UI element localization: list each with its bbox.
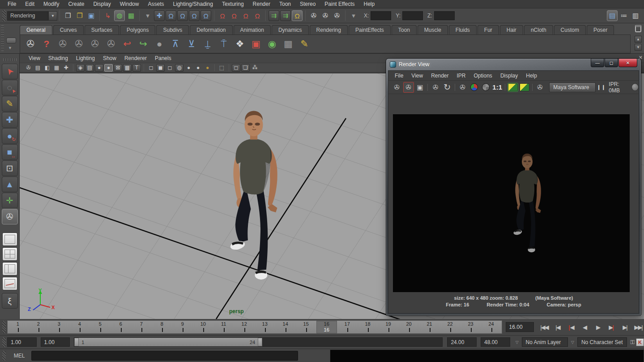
frame-15[interactable]: 15: [296, 321, 316, 333]
rv-menu-options[interactable]: Options: [470, 72, 496, 80]
statusline-grip[interactable]: [2, 10, 6, 22]
scale-tool[interactable]: ■↔: [2, 144, 18, 160]
shelf-tab-surfaces[interactable]: Surfaces: [85, 25, 119, 34]
rv-menu-help[interactable]: Help: [522, 72, 541, 80]
menu-texturing[interactable]: Texturing: [218, 0, 248, 8]
frame-5[interactable]: 5: [90, 321, 111, 333]
rv-menu-view[interactable]: View: [408, 72, 426, 80]
share-view-icon[interactable]: ⁂: [251, 64, 259, 72]
play-backwards-button[interactable]: ◀: [579, 322, 590, 332]
rangebar-grip[interactable]: [2, 337, 6, 347]
snap-grid-icon[interactable]: Ω: [166, 10, 176, 21]
range-end-handle[interactable]: [258, 338, 262, 346]
playblast-icon[interactable]: ✇: [24, 37, 37, 51]
shelf-tab-dynamics[interactable]: Dynamics: [272, 25, 309, 34]
redo-icon[interactable]: ↪: [136, 37, 150, 51]
menu-set-dropdown-icon[interactable]: ▼: [48, 11, 57, 21]
frame-21[interactable]: 21: [419, 321, 440, 333]
shelf-tab-painteffects[interactable]: PaintEffects: [349, 25, 391, 34]
select-tool[interactable]: ➤: [2, 64, 18, 79]
playback-range-bar[interactable]: 1 24: [74, 338, 262, 346]
menu-assets[interactable]: Assets: [144, 0, 168, 8]
wireframe-icon[interactable]: ◈: [76, 64, 85, 72]
alpha-channel-icon[interactable]: [481, 82, 491, 93]
highlight-selection-icon[interactable]: ✚: [154, 10, 165, 21]
camera-dolly-icon[interactable]: ✇: [88, 37, 102, 51]
ambient-light-icon[interactable]: ●: [203, 64, 212, 72]
cmdline-grip[interactable]: [2, 351, 6, 361]
remove-image-icon[interactable]: [519, 82, 530, 93]
frame-23[interactable]: 23: [461, 321, 481, 333]
frame-16-current[interactable]: 1616: [316, 321, 337, 333]
shelf-menu-icon[interactable]: ▼: [8, 46, 12, 50]
close-button[interactable]: ✕: [618, 59, 637, 67]
ungroup-icon[interactable]: ⍑: [217, 37, 230, 51]
frame-10[interactable]: 10: [193, 321, 213, 333]
open-scene-icon[interactable]: ❐: [74, 10, 85, 21]
frame-20[interactable]: 20: [399, 321, 419, 333]
menu-window[interactable]: Window: [116, 0, 143, 8]
frame-18[interactable]: 18: [358, 321, 378, 333]
frame-14[interactable]: 14: [275, 321, 296, 333]
shelf-tab-deformation[interactable]: Deformation: [190, 25, 232, 34]
pan-zoom-icon[interactable]: ✚: [62, 64, 70, 72]
go-to-end-button[interactable]: ▶▶|: [632, 322, 644, 332]
show-attribute-editor-icon[interactable]: ▤: [607, 10, 618, 21]
menu-file[interactable]: File: [4, 0, 20, 8]
snap-point-icon[interactable]: Ω: [189, 10, 200, 21]
show-channel-box-icon[interactable]: ▥: [630, 10, 641, 21]
step-back-frame-button[interactable]: |◀: [552, 322, 563, 332]
show-tool-settings-icon[interactable]: ≔: [618, 10, 629, 21]
refresh-ipr-icon[interactable]: ↻: [442, 82, 452, 93]
soft-modification-tool[interactable]: ▲: [2, 177, 18, 192]
unparent-icon[interactable]: ⊻: [185, 37, 198, 51]
minimize-button[interactable]: —: [591, 59, 604, 67]
range-track[interactable]: 1 24: [74, 337, 443, 347]
all-lights-icon[interactable]: ●: [184, 64, 193, 72]
menu-render[interactable]: Render: [249, 0, 274, 8]
shelf-tab-subdivs[interactable]: Subdivs: [156, 25, 189, 34]
frame-8[interactable]: 8: [152, 321, 172, 333]
panel-menu-shading[interactable]: Shading: [45, 54, 72, 62]
snapshot-icon[interactable]: ▣: [415, 82, 426, 93]
set-key-icon[interactable]: ⚿: [630, 339, 635, 346]
default-material-icon[interactable]: ▩: [123, 64, 132, 72]
playback-start-field[interactable]: 1.00: [41, 337, 70, 347]
frame-7[interactable]: 7: [131, 321, 152, 333]
menu-toon[interactable]: Toon: [275, 0, 295, 8]
output-connections-icon[interactable]: ⇉: [280, 10, 291, 21]
snap-magnet-4-icon[interactable]: Ω: [252, 10, 263, 21]
maximize-button[interactable]: ◻: [605, 59, 618, 67]
frame-11[interactable]: 11: [213, 321, 234, 333]
shelf-grip[interactable]: [1, 25, 4, 51]
sphere-icon[interactable]: ●: [153, 37, 166, 51]
command-output[interactable]: [330, 349, 644, 362]
shelf-scroll-down-icon[interactable]: ▼: [635, 44, 642, 51]
timeline-ruler[interactable]: 1 2 3 4 5 6 7 8 9 10 11 12 13 14 15 1616…: [7, 320, 502, 334]
selection-mask-icon[interactable]: ▾: [142, 10, 153, 21]
shelf-tab-custom[interactable]: Custom: [554, 25, 586, 34]
menu-help[interactable]: Help: [360, 0, 379, 8]
snap-plane-icon[interactable]: Ω: [200, 10, 211, 21]
toolbox-grip[interactable]: [3, 58, 17, 61]
shelf-tab-fluids[interactable]: Fluids: [449, 25, 477, 34]
frame-17[interactable]: 17: [337, 321, 358, 333]
smooth-shade-icon[interactable]: ●: [95, 64, 103, 72]
select-hierarchy-icon[interactable]: ↳: [102, 10, 113, 21]
render-settings-icon[interactable]: ✇: [332, 10, 342, 21]
construction-history-icon[interactable]: Ω: [292, 10, 303, 21]
playback-end-field[interactable]: 24.00: [447, 337, 477, 347]
go-to-start-button[interactable]: |◀◀: [538, 322, 550, 332]
camera-orbit-icon[interactable]: ✇: [56, 37, 69, 51]
shelf-tab-selector[interactable]: [6, 38, 16, 43]
frame-4[interactable]: 4: [69, 321, 90, 333]
shelf-tab-hair[interactable]: Hair: [500, 25, 523, 34]
paint-select-tool[interactable]: ✎: [2, 96, 18, 112]
camera-track-icon[interactable]: ✇: [72, 37, 85, 51]
frame-2[interactable]: 2: [28, 321, 49, 333]
step-forward-key-button[interactable]: ▶|: [606, 322, 617, 332]
ipr-render-icon[interactable]: ✇: [430, 82, 441, 93]
paint-brush-icon[interactable]: ✎: [298, 37, 311, 51]
rv-menu-render[interactable]: Render: [427, 72, 452, 80]
parent-icon[interactable]: ⊼: [169, 37, 182, 51]
